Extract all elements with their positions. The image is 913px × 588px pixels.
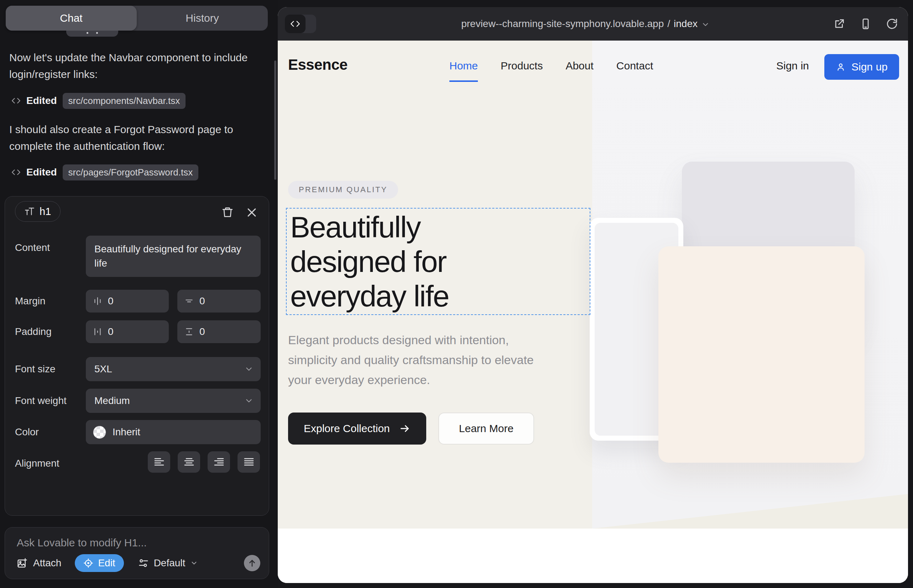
hero-paragraph: Elegant products designed with intention… [288,330,544,390]
url-separator: / [667,18,670,29]
font-size-select[interactable]: 5XL [86,357,261,381]
padding-y-input[interactable]: 0 [177,320,261,343]
edited-label: Edited [26,95,57,107]
attach-label: Attach [33,557,61,569]
url-host: preview--charming-site-symphony.lovable.… [461,18,664,29]
alignment-label: Alignment [15,458,60,469]
learn-more-button[interactable]: Learn More [438,412,534,444]
tab-chat[interactable]: Chat [6,6,137,31]
sign-up-label: Sign up [851,61,888,73]
chat-scrollbar[interactable] [274,60,276,180]
align-center-button[interactable] [178,451,200,473]
align-justify-icon [243,456,254,468]
locate-icon [83,558,93,568]
align-center-icon [183,456,195,468]
content-value: Beautifully designed for everyday life [94,242,251,270]
margin-x-value: 0 [108,296,113,307]
color-select[interactable]: Inherit [86,420,261,444]
mode-selector[interactable]: Default [138,557,198,569]
hero-section: Essence Home Products About Contact Sign… [278,40,908,528]
sign-in-link[interactable]: Sign in [776,60,809,72]
assistant-message: I should also create a Forgot Password p… [9,121,262,155]
close-editor-button[interactable] [246,207,258,218]
mobile-preview-icon[interactable] [860,18,872,30]
alignment-group [148,451,260,473]
chat-sidebar: Chat History Now let's update the Navbar… [0,0,278,588]
assistant-message: Now let's update the Navbar component to… [9,49,262,82]
image-plus-icon [17,558,28,569]
file-chip[interactable]: src/components/Navbar.tsx [63,93,186,109]
edited-file-row: Edited src/pages/ForgotPassword.tsx [11,165,198,180]
selected-heading-element[interactable]: Beautifully designed for everyday life [286,208,590,315]
hero-visual-panel [592,40,908,528]
file-chip[interactable]: src/pages/ForgotPassword.tsx [63,165,199,181]
color-label: Color [15,426,39,438]
code-view-toggle[interactable] [285,15,316,33]
preview-window: preview--charming-site-symphony.lovable.… [278,7,908,583]
site-viewport: Essence Home Products About Contact Sign… [278,40,908,583]
tab-history[interactable]: History [137,6,268,31]
align-left-button[interactable] [148,451,170,473]
nav-link-about[interactable]: About [565,60,593,72]
padding-y-value: 0 [199,326,205,338]
chrome-actions [833,7,898,40]
arrow-right-icon [399,423,411,434]
selected-tag-pill[interactable]: h1 [15,201,60,222]
sign-up-button[interactable]: Sign up [824,54,899,80]
preview-chrome-bar: preview--charming-site-symphony.lovable.… [278,7,908,40]
decorative-wedge [592,494,908,528]
nav-link-home[interactable]: Home [449,60,478,72]
delete-element-button[interactable] [222,207,233,218]
padding-x-value: 0 [108,326,113,338]
user-icon [836,62,846,72]
chevron-down-icon [244,365,254,374]
content-label: Content [15,242,50,254]
align-right-button[interactable] [207,451,230,473]
align-justify-button[interactable] [238,451,260,473]
font-weight-select[interactable]: Medium [86,389,261,413]
edited-label: Edited [26,166,57,178]
padding-horizontal-icon [93,327,102,336]
code-icon [11,96,21,105]
font-weight-value: Medium [94,395,130,407]
code-toggle-active-segment [285,15,306,33]
font-size-label: Font size [15,363,55,375]
padding-x-input[interactable]: 0 [86,320,169,343]
margin-x-input[interactable]: 0 [86,290,169,312]
selected-tag-name: h1 [39,206,51,218]
edited-file-row: Edited src/components/Navbar.tsx [11,93,186,108]
composer-input[interactable]: Ask Lovable to modify H1... [17,537,147,549]
type-icon [24,207,34,216]
premium-quality-badge: PREMIUM QUALITY [288,181,398,199]
send-button[interactable] [244,555,260,571]
hero-heading: Beautifully designed for everyday life [290,210,533,313]
font-weight-label: Font weight [15,395,66,407]
url-page: index [674,18,698,29]
align-left-icon [154,456,165,468]
padding-label: Padding [15,326,52,338]
font-size-value: 5XL [94,363,112,375]
site-navbar: Essence Home Products About Contact Sign… [278,40,908,83]
scrolled-button-partial[interactable] [66,31,118,37]
nav-link-contact[interactable]: Contact [617,60,653,72]
margin-horizontal-icon [93,297,102,306]
cta-row: Explore Collection Learn More [288,412,534,444]
chevron-down-icon [190,559,198,567]
open-external-icon[interactable] [833,18,845,30]
preview-url[interactable]: preview--charming-site-symphony.lovable.… [461,7,710,40]
composer-toolbar: Attach Edit Default [17,554,260,572]
padding-vertical-icon [185,327,194,336]
site-logo[interactable]: Essence [288,56,348,73]
attach-button[interactable]: Attach [17,557,61,569]
margin-label: Margin [15,296,45,307]
content-input[interactable]: Beautifully designed for everyday life [86,236,261,277]
margin-y-value: 0 [199,296,205,307]
edit-mode-button[interactable]: Edit [75,554,123,572]
color-value: Inherit [113,426,140,438]
nav-links: Home Products About Contact [449,60,653,72]
explore-collection-button[interactable]: Explore Collection [288,412,426,444]
margin-y-input[interactable]: 0 [177,290,261,312]
nav-link-products[interactable]: Products [501,60,543,72]
sliders-icon [138,558,149,569]
refresh-icon[interactable] [886,18,898,30]
